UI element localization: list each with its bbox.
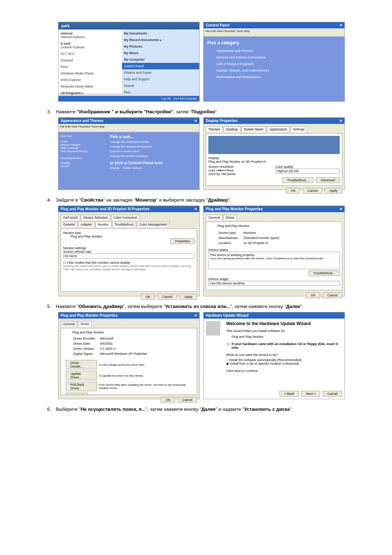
panel: Plug and Play Monitor Driver Provider:Mi… xyxy=(61,328,197,395)
toolbar: File Edit View Favorites Tools Help xyxy=(204,29,344,37)
update-button: Update Driver... xyxy=(66,371,97,380)
category-item: Network and Internet Connections xyxy=(207,56,341,59)
category-view: Pick a category Appearance and Themes Ne… xyxy=(204,37,344,101)
sm-item: MSN Explorer xyxy=(58,77,122,83)
screenshot-display-properties: Display Properties✕ Themes Desktop Scree… xyxy=(203,117,345,190)
turnoff: Turn Off Computer xyxy=(173,97,197,100)
screenshot-appearance: Appearance and Themes✕ File Edit View Fa… xyxy=(58,117,200,190)
tab: Troubleshoot xyxy=(112,222,136,227)
sm-item: My Recent Documents ▸ xyxy=(122,37,199,43)
panel: Display: Plug and Play Monitor on 3D Pro… xyxy=(206,133,342,186)
tabs-row2: General Adapter Monitor Troubleshoot Col… xyxy=(61,222,197,227)
close-icon: ✕ xyxy=(194,119,197,123)
startmenu-footer: Log Off Turn Off Computer xyxy=(58,96,199,101)
sm-item: E-mailOutlook Express xyxy=(58,40,122,50)
start-user: park xyxy=(58,22,199,29)
category-item: Add or Remove Programs xyxy=(207,62,341,66)
screenshot-pnp-driver: Plug and Play Monitor Properties✕ Genera… xyxy=(58,312,200,399)
category-item: Appearance and Themes xyxy=(207,49,341,53)
category-item: Performance and Maintenance xyxy=(207,75,341,79)
titlebar: Appearance and Themes✕ xyxy=(58,118,199,124)
tab-settings: Settings xyxy=(290,126,307,132)
screenshot-controlpanel: Control Panel✕ File Edit View Favorites … xyxy=(203,22,345,102)
sm-item-controlpanel: Control Panel xyxy=(122,63,199,69)
step-text: 3. Нажмите "Изображение " и выберите "На… xyxy=(47,109,345,114)
ok-button: OK xyxy=(141,294,155,300)
startmenu-left: InternetInternet Explorer E-mailOutlook … xyxy=(58,30,122,93)
tab: General xyxy=(61,222,77,227)
sm-item: Help and Support xyxy=(122,76,199,82)
screenshot-pnp-general: Plug and Play Monitor Properties✕ Genera… xyxy=(203,206,345,296)
step-6: 6. Выберите "Не осуществлять поиск, я...… xyxy=(47,406,345,412)
screenshot-wizard: Hardware Update Wizard Welcome to the Ha… xyxy=(203,312,345,399)
screenshot-monitor-tab: Plug and Play Monitor and 3D Prophet III… xyxy=(58,206,200,296)
tab-driver: Driver xyxy=(78,321,92,327)
ok-button: OK xyxy=(306,292,320,298)
tab: Adapter xyxy=(78,222,95,227)
titlebar: Hardware Update Wizard xyxy=(204,312,344,319)
rollback-button: Roll Back Driver xyxy=(66,382,97,391)
monitor-preview-icon xyxy=(208,136,340,154)
tab-monitor: Monitor xyxy=(95,222,111,227)
tab: General xyxy=(61,321,77,327)
sm-item: Paint xyxy=(58,64,122,70)
next-button: Next > xyxy=(301,391,320,397)
apply-button: Apply xyxy=(179,294,197,300)
screenshot-startmenu: park InternetInternet Explorer E-mailOut… xyxy=(58,22,200,102)
image-row: Appearance and Themes✕ File Edit View Fa… xyxy=(58,117,345,190)
wizard-body: Welcome to the Hardware Update Wizard Th… xyxy=(204,319,344,399)
dialog-body: Themes Desktop Screen Saver Appearance S… xyxy=(204,124,344,190)
dialog-buttons: OK Cancel Apply xyxy=(206,188,342,194)
dialog-buttons: OK Cancel xyxy=(61,397,197,403)
wizard-buttons: < Back Next > Cancel xyxy=(278,391,342,397)
step-4: 4. Зайдите в "Свойства" на закладке "Мон… xyxy=(47,197,345,296)
category-heading: Pick a category xyxy=(207,40,341,45)
step-5: 5. Нажмите "Обновить драйвер", затем выб… xyxy=(47,304,345,399)
tab: GeForce3 xyxy=(61,215,80,220)
details-button: Driver Details... xyxy=(66,360,97,369)
close-icon: ✕ xyxy=(339,119,342,123)
steps-list: park InternetInternet Explorer E-mailOut… xyxy=(47,22,345,412)
sm-item: Printers and Faxes xyxy=(122,69,199,76)
tab: Screen Saver xyxy=(241,126,266,132)
panel: Monitor type Plug and Play Monitor Prope… xyxy=(61,228,197,292)
tab-general: General xyxy=(206,215,222,220)
tabs: Themes Desktop Screen Saver Appearance S… xyxy=(206,126,342,132)
tab: Appearance xyxy=(267,126,290,132)
tab: Color Management xyxy=(137,222,170,227)
cancel-button: Cancel xyxy=(323,391,342,397)
cancel-button: Cancel xyxy=(303,188,322,194)
cancel-button: Cancel xyxy=(158,294,177,300)
troubleshoot-button: Troubleshoot... xyxy=(309,270,340,276)
logoff: Log Off xyxy=(161,97,171,100)
step-number: 6. xyxy=(47,406,54,412)
sm-item: Windows Media Player xyxy=(58,70,122,77)
dialog-body: GeForce3 Device Selection Color Correcti… xyxy=(58,212,199,296)
image-row: Plug and Play Monitor and 3D Prophet III… xyxy=(58,206,345,296)
sm-item: All Programs ▸ xyxy=(58,90,122,96)
step-number: 4. xyxy=(47,197,54,203)
sidebar: See Also FontsMouse PointersHigh Contras… xyxy=(58,132,108,190)
wizard-icon xyxy=(206,321,220,336)
sm-item: My Music xyxy=(122,50,199,56)
advanced-button: Advanced xyxy=(316,177,340,183)
tab: Device Selection xyxy=(81,215,110,220)
dialog-body: General Driver Plug and Play Monitor Dri… xyxy=(58,319,199,399)
step-text: 5. Нажмите "Обновить драйвер", затем выб… xyxy=(47,304,345,309)
step-text: 6. Выберите "Не осуществлять поиск, я...… xyxy=(47,406,345,412)
cancel-button: Cancel xyxy=(177,397,197,403)
category-item: Sounds, Speech, and Audio Devices xyxy=(207,69,341,72)
sm-item: FCT 10.0 xyxy=(58,50,122,57)
step-3: 3. Нажмите "Изображение " и выберите "На… xyxy=(47,109,345,190)
tab: Color Correction xyxy=(111,215,140,220)
step-number: 3. xyxy=(47,109,54,114)
back-button: < Back xyxy=(279,391,299,397)
titlebar: Display Properties✕ xyxy=(204,118,344,124)
close-icon: ✕ xyxy=(339,207,342,211)
tabs: General Driver xyxy=(61,321,197,327)
tabs-row1: GeForce3 Device Selection Color Correcti… xyxy=(61,215,197,220)
titlebar: Plug and Play Monitor and 3D Prophet III… xyxy=(58,206,199,212)
sm-item: Windows Movie Maker xyxy=(58,83,122,90)
sm-item: InternetInternet Explorer xyxy=(58,30,122,40)
close-icon: ✕ xyxy=(194,313,197,317)
